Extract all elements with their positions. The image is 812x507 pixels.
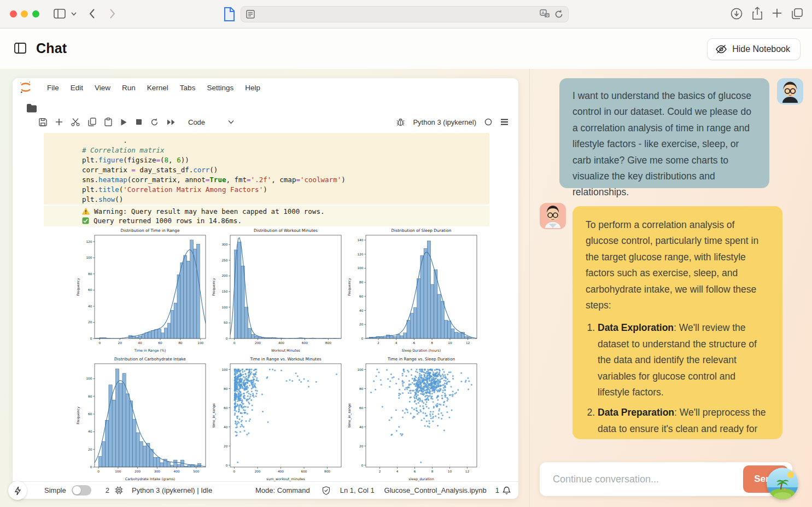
reload-icon[interactable] (554, 9, 564, 19)
notification-count: 1 (495, 486, 499, 494)
svg-text:2: 2 (379, 470, 381, 473)
chart-distribution-of-carbohydrate-intake: 0100200300400500020406080100Distribution… (75, 354, 211, 483)
reader-view-icon[interactable] (246, 9, 255, 19)
chat-panel: I want to understand the basics of gluco… (529, 69, 812, 507)
menu-edit[interactable]: Edit (71, 84, 83, 92)
code-cell-content[interactable]: . # Correlation matrix plt.figure(figsiz… (44, 133, 489, 205)
menu-help[interactable]: Help (245, 84, 260, 92)
svg-text:200: 200 (254, 470, 260, 473)
svg-text:12: 12 (465, 470, 470, 473)
cursor-position: Ln 1, Col 1 (340, 486, 375, 494)
code-cell[interactable]: . # Correlation matrix plt.figure(figsiz… (44, 133, 489, 205)
minimize-window-button[interactable] (21, 10, 28, 18)
assistant-intro: To perform a correlation analysis of glu… (586, 217, 769, 313)
chart-time-in-range-vs-sleep-duration: 24681012020406080100Time in Range vs. Sl… (346, 354, 482, 483)
menu-kernel[interactable]: Kernel (147, 84, 168, 92)
svg-text:Distribution of Workout Minute: Distribution of Workout Minutes (254, 228, 318, 233)
page-title: Chat (36, 40, 67, 56)
simple-mode-toggle[interactable] (72, 485, 91, 496)
chevron-down-icon[interactable] (71, 12, 77, 16)
menu-settings[interactable]: Settings (207, 84, 233, 92)
svg-text:80: 80 (224, 387, 228, 391)
cell-output: Warning: Query result may have been capp… (44, 206, 489, 226)
new-tab-icon[interactable] (772, 8, 782, 19)
chat-input[interactable] (553, 462, 728, 496)
svg-text:8: 8 (431, 341, 433, 345)
run-cell-button[interactable] (120, 118, 127, 126)
svg-text:60: 60 (359, 295, 364, 298)
notebook-statusbar: Simple 2 Python 3 (ipykernel) | Idle Mod… (13, 481, 518, 499)
svg-text:sleep_duration: sleep_duration (408, 477, 434, 481)
svg-text:200: 200 (221, 274, 227, 277)
jupyter-logo-icon (19, 80, 32, 95)
svg-text:40: 40 (359, 309, 364, 312)
svg-text:6: 6 (413, 341, 416, 345)
insert-cell-button[interactable] (55, 118, 63, 126)
svg-text:time_in_range: time_in_range (212, 403, 216, 428)
back-button[interactable] (89, 9, 95, 19)
svg-text:time_in_range: time_in_range (347, 403, 352, 428)
translate-icon[interactable]: A文 (540, 9, 551, 19)
browser-sidebar-icon[interactable] (54, 8, 66, 19)
forward-button[interactable] (109, 9, 115, 19)
svg-text:600: 600 (302, 341, 308, 345)
share-icon[interactable] (752, 7, 763, 21)
restart-run-all-button[interactable] (167, 119, 176, 126)
svg-text:sum_workout_minutes: sum_workout_minutes (266, 477, 305, 481)
chevron-down-icon (228, 120, 234, 124)
charts-output: 020406080100020406080100120Distribution … (75, 226, 482, 483)
kernel-status-text[interactable]: Python 3 (ipykernel) | Idle (132, 486, 212, 494)
hide-notebook-button[interactable]: Hide Notebook (707, 38, 801, 60)
svg-text:4: 4 (395, 341, 398, 345)
address-bar[interactable]: A文 (241, 6, 569, 22)
save-button[interactable] (39, 118, 47, 126)
notebook-filename[interactable]: Glucose_Control_Analysis.ipynb (384, 486, 487, 494)
tab-overview-icon[interactable] (791, 8, 803, 20)
toggle-sidebar-icon[interactable] (14, 43, 26, 54)
svg-text:0: 0 (90, 337, 92, 340)
menu-run[interactable]: Run (122, 84, 136, 92)
chart-distribution-of-sleep-duration: 24681012020406080100120140Distribution o… (346, 226, 482, 354)
menu-view[interactable]: View (95, 84, 110, 92)
interrupt-kernel-button[interactable] (136, 119, 142, 125)
file-browser-icon[interactable] (26, 103, 37, 113)
user-avatar (777, 78, 803, 104)
quick-actions-bolt-icon[interactable] (8, 481, 27, 500)
chat-input-bar: Send (540, 462, 792, 496)
menu-tabs[interactable]: Tabs (180, 84, 196, 92)
downloads-icon[interactable] (731, 8, 743, 20)
svg-text:40: 40 (359, 426, 364, 429)
svg-text:100: 100 (115, 470, 121, 473)
svg-text:4: 4 (396, 470, 399, 473)
svg-text:0: 0 (97, 470, 100, 473)
svg-text:A: A (541, 10, 545, 15)
svg-text:100: 100 (197, 341, 203, 345)
trust-shield-icon[interactable] (322, 486, 330, 495)
zoom-window-button[interactable] (32, 10, 39, 18)
svg-text:100: 100 (221, 368, 227, 371)
svg-text:Distribution of Sleep Duration: Distribution of Sleep Duration (392, 228, 452, 233)
command-mode-text: Mode: Command (255, 486, 310, 494)
debugger-bug-icon[interactable] (396, 118, 405, 126)
svg-text:80: 80 (88, 272, 92, 276)
cut-cells-button[interactable] (71, 118, 80, 126)
kernel-name[interactable]: Python 3 (ipykernel) (413, 118, 476, 126)
menu-file[interactable]: File (47, 84, 59, 92)
svg-text:0: 0 (233, 341, 236, 345)
restart-kernel-button[interactable] (150, 118, 159, 126)
svg-text:140: 140 (357, 238, 363, 242)
assistant-steps-list: Data Exploration: We'll review the datas… (598, 320, 769, 439)
bell-icon[interactable] (503, 486, 511, 495)
copy-cells-button[interactable] (88, 118, 96, 126)
screen: A文 Chat Hide Notebook (0, 0, 812, 507)
svg-text:80: 80 (178, 341, 183, 345)
svg-text:12: 12 (466, 341, 470, 345)
kernel-chip-icon[interactable] (115, 486, 123, 494)
paste-cells-button[interactable] (104, 118, 112, 126)
close-window-button[interactable] (10, 10, 17, 18)
island-badge-icon[interactable] (767, 468, 798, 499)
cell-type-dropdown[interactable]: Code (188, 118, 234, 126)
notebook-menu-icon[interactable] (500, 119, 509, 125)
svg-text:8: 8 (431, 470, 434, 473)
svg-text:100: 100 (221, 306, 227, 309)
